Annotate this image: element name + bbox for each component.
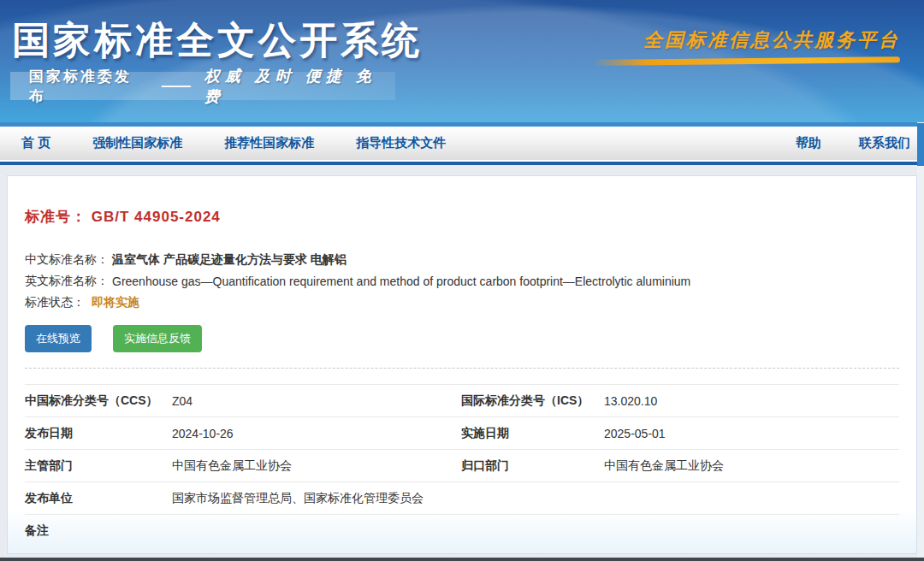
- standard-fields: 中文标准名称： 温室气体 产品碳足迹量化方法与要求 电解铝 英文标准名称： Gr…: [25, 249, 899, 313]
- nav-item-contact[interactable]: 联系我们: [859, 135, 910, 151]
- status-label: 标准状态：: [25, 295, 85, 310]
- cn-name-line: 中文标准名称： 温室气体 产品碳足迹量化方法与要求 电解铝: [25, 249, 899, 270]
- cn-name-label: 中文标准名称：: [25, 252, 109, 268]
- standard-number-heading: 标准号： GB/T 44905-2024: [25, 176, 899, 227]
- nav-item-recommended-standards[interactable]: 推荐性国家标准: [224, 135, 314, 151]
- competent-dept-label: 主管部门: [25, 458, 172, 474]
- centralized-dept-label: 归口部门: [461, 458, 604, 474]
- publish-date-label: 发布日期: [25, 426, 172, 441]
- nav-bar: 首 页 强制性国家标准 推荐性国家标准 指导性技术文件 帮助 联系我们: [0, 122, 924, 165]
- table-row-departments: 主管部门 中国有色金属工业协会 归口部门 中国有色金属工业协会: [25, 449, 899, 481]
- bottom-edge-strip: [0, 558, 924, 561]
- publish-org-value: 国家市场监督管理总局、国家标准化管理委员会: [172, 491, 899, 506]
- ccs-value: Z04: [172, 394, 461, 408]
- header-banner: 国家标准全文公开系统 国家标准委发布 —— 权威 及时 便捷 免费 全国标准信息…: [0, 0, 924, 122]
- status-badge: 即将实施: [92, 295, 139, 310]
- nav-main: 首 页 强制性国家标准 推荐性国家标准 指导性技术文件 帮助 联系我们: [0, 127, 924, 160]
- ics-label: 国际标准分类号（ICS）: [461, 393, 604, 409]
- ics-value: 13.020.10: [604, 394, 899, 408]
- nav-item-home[interactable]: 首 页: [21, 135, 50, 151]
- en-name-value: Greenhouse gas—Quantification requiremen…: [112, 275, 690, 288]
- nav-item-help[interactable]: 帮助: [796, 135, 821, 151]
- dashed-divider: [25, 368, 899, 369]
- remark-label: 备注: [25, 523, 172, 539]
- standard-number-value: GB/T 44905-2024: [92, 209, 221, 225]
- standard-detail-card: 标准号： GB/T 44905-2024 中文标准名称： 温室气体 产品碳足迹量…: [7, 175, 917, 554]
- standard-info-table: 中国标准分类号（CCS） Z04 国际标准分类号（ICS） 13.020.10 …: [25, 384, 899, 546]
- action-buttons: 在线预览 实施信息反馈: [25, 325, 899, 352]
- status-line: 标准状态： 即将实施: [25, 292, 899, 313]
- nav-item-mandatory-standards[interactable]: 强制性国家标准: [92, 135, 182, 151]
- standard-number-label: 标准号：: [25, 209, 86, 225]
- table-row-remark: 备注: [25, 514, 899, 546]
- nav-item-guiding-documents[interactable]: 指导性技术文件: [356, 135, 446, 151]
- platform-name: 全国标准信息公共服务平台: [643, 27, 900, 53]
- implement-date-label: 实施日期: [461, 426, 604, 441]
- en-name-label: 英文标准名称：: [25, 274, 109, 289]
- implement-date-value: 2025-05-01: [604, 427, 899, 440]
- online-preview-button[interactable]: 在线预览: [25, 325, 92, 352]
- implementation-feedback-button[interactable]: 实施信息反馈: [113, 325, 202, 352]
- platform-brand: 全国标准信息公共服务平台: [643, 27, 900, 64]
- publisher-label: 国家标准委发布: [29, 67, 148, 106]
- site-title: 国家标准全文公开系统: [12, 15, 423, 66]
- sub-banner: 国家标准委发布 —— 权威 及时 便捷 免费: [10, 72, 395, 100]
- ccs-label: 中国标准分类号（CCS）: [25, 393, 172, 409]
- cn-name-value: 温室气体 产品碳足迹量化方法与要求 电解铝: [112, 252, 346, 268]
- table-row-publish-org: 发布单位 国家市场监督管理总局、国家标准化管理委员会: [25, 481, 899, 514]
- table-row-classification: 中国标准分类号（CCS） Z04 国际标准分类号（ICS） 13.020.10: [25, 384, 899, 416]
- nav-bottom-line: [0, 162, 924, 165]
- publish-org-label: 发布单位: [25, 491, 172, 506]
- scrollbar-track[interactable]: [917, 122, 924, 561]
- publish-date-value: 2024-10-26: [172, 427, 461, 440]
- en-name-line: 英文标准名称： Greenhouse gas—Quantification re…: [25, 270, 899, 292]
- dash-separator: ——: [162, 78, 191, 95]
- table-row-dates: 发布日期 2024-10-26 实施日期 2025-05-01: [25, 416, 899, 449]
- scrollbar-thumb[interactable]: [917, 123, 924, 166]
- platform-underline-swoosh: [592, 56, 900, 66]
- competent-dept-value: 中国有色金属工业协会: [172, 458, 461, 474]
- slogan-text: 权威 及时 便捷 免费: [204, 66, 395, 107]
- centralized-dept-value: 中国有色金属工业协会: [604, 458, 899, 474]
